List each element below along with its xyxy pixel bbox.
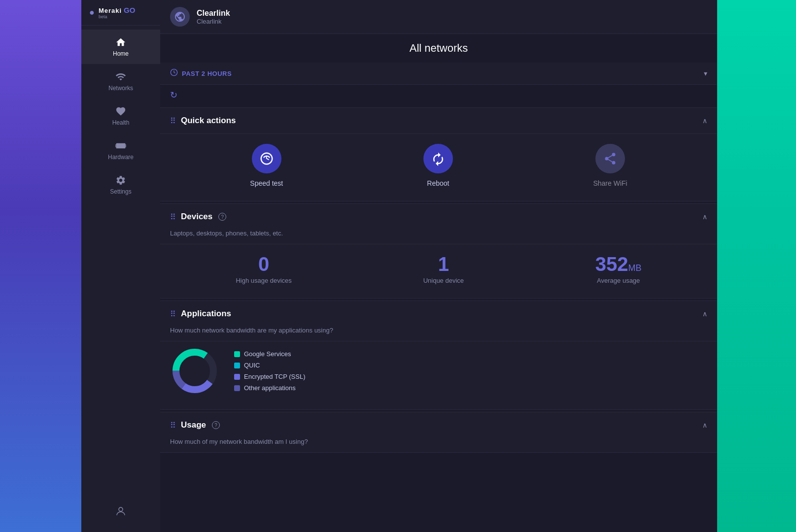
sidebar-bottom <box>115 491 127 532</box>
quick-actions-dots-icon: ⠿ <box>170 116 177 126</box>
svg-point-15 <box>181 357 208 385</box>
legend-dot-quic <box>234 363 240 368</box>
action-item-reboot[interactable]: Reboot <box>423 144 453 187</box>
refresh-bar: ↻ <box>160 85 717 105</box>
quick-actions-header: ⠿ Quick actions ∧ <box>160 108 717 133</box>
right-teal-panel <box>717 0 796 532</box>
sidebar-item-networks[interactable]: Networks <box>81 64 160 99</box>
applications-dots-icon: ⠿ <box>170 309 177 319</box>
left-gradient-panel <box>0 0 81 532</box>
clock-icon <box>170 68 178 78</box>
quick-actions-section: ⠿ Quick actions ∧ Speed test Reboot <box>160 107 717 201</box>
sidebar-item-home[interactable]: Home <box>81 30 160 64</box>
applications-title-row: ⠿ Applications <box>170 309 231 319</box>
profile-icon <box>115 505 127 517</box>
average-usage-value: 352MB <box>595 254 642 274</box>
unique-device-label: Unique device <box>423 277 464 284</box>
devices-stats-row: 0 High usage devices 1 Unique device 352… <box>160 244 717 298</box>
svg-point-7 <box>612 161 616 165</box>
stat-unique-device: 1 Unique device <box>423 254 464 284</box>
svg-point-5 <box>612 153 616 156</box>
applications-section: ⠿ Applications ∧ How much network bandwi… <box>160 300 717 410</box>
legend-label-google: Google Services <box>244 350 291 358</box>
legend-item-google: Google Services <box>234 350 306 358</box>
sidebar-item-networks-label: Networks <box>108 85 133 92</box>
usage-collapse-icon[interactable]: ∧ <box>702 421 707 429</box>
usage-help-icon[interactable]: ? <box>212 421 220 429</box>
logo-icon: ● <box>89 7 95 18</box>
content-scroll[interactable]: ↻ ⠿ Quick actions ∧ Speed test <box>160 85 717 532</box>
svg-line-9 <box>608 156 612 158</box>
devices-dots-icon: ⠿ <box>170 212 177 222</box>
devices-title: Devices <box>181 212 212 222</box>
sidebar-nav: Home Networks Health Hardware <box>81 26 160 491</box>
chevron-down-icon: ▾ <box>704 69 707 77</box>
sidebar-item-settings[interactable]: Settings <box>81 167 160 202</box>
logo-text: Meraki <box>99 7 122 14</box>
reboot-icon-circle <box>423 144 453 173</box>
sidebar-item-hardware-label: Hardware <box>108 154 134 161</box>
legend-item-quic: QUIC <box>234 362 306 369</box>
average-usage-label: Average usage <box>597 277 640 284</box>
devices-header: ⠿ Devices ? ∧ <box>160 204 717 230</box>
applications-header: ⠿ Applications ∧ <box>160 301 717 327</box>
svg-point-3 <box>119 507 123 511</box>
hardware-icon <box>115 140 127 152</box>
devices-subtitle: Laptops, desktops, phones, tablets, etc. <box>160 230 717 244</box>
speed-test-icon-circle <box>252 144 281 173</box>
logo-beta: beta <box>99 14 136 19</box>
legend-label-ssl: Encrypted TCP (SSL) <box>244 373 306 380</box>
header-org-subtitle: Clearlink <box>197 18 230 25</box>
svg-line-8 <box>608 160 612 162</box>
logo-go: GO <box>124 6 135 14</box>
main-content: Clearlink Clearlink All networks PAST 2 … <box>160 0 717 532</box>
sidebar-item-home-label: Home <box>113 50 129 57</box>
header-org-name: Clearlink <box>197 9 230 18</box>
sidebar-item-health[interactable]: Health <box>81 99 160 133</box>
usage-title: Usage <box>181 420 206 430</box>
legend-label-other: Other applications <box>244 384 296 392</box>
sidebar-item-hardware[interactable]: Hardware <box>81 133 160 167</box>
sidebar-item-profile[interactable] <box>115 499 127 524</box>
share-wifi-label: Share WiFi <box>593 179 627 187</box>
time-filter-left: PAST 2 HOURS <box>170 68 232 78</box>
header-text: Clearlink Clearlink <box>197 9 230 25</box>
sidebar-logo: ● Meraki GO beta <box>81 0 160 26</box>
legend-item-other: Other applications <box>234 384 306 392</box>
devices-collapse-icon[interactable]: ∧ <box>702 213 707 221</box>
sidebar-item-health-label: Health <box>112 119 130 126</box>
stat-high-usage: 0 High usage devices <box>236 254 291 284</box>
settings-icon <box>115 174 127 186</box>
quick-actions-grid: Speed test Reboot Share WiFi <box>160 133 717 201</box>
speed-test-label: Speed test <box>250 179 283 187</box>
devices-help-icon[interactable]: ? <box>218 213 226 221</box>
health-icon <box>115 105 127 117</box>
time-filter[interactable]: PAST 2 HOURS ▾ <box>160 63 717 85</box>
legend-dot-ssl <box>234 374 240 380</box>
time-filter-label: PAST 2 HOURS <box>182 70 232 77</box>
quick-actions-title: Quick actions <box>181 116 236 126</box>
stat-average-usage: 352MB Average usage <box>595 254 642 284</box>
reboot-label: Reboot <box>427 179 449 187</box>
refresh-icon[interactable]: ↻ <box>170 90 177 100</box>
applications-collapse-icon[interactable]: ∧ <box>702 310 707 318</box>
legend-dot-other <box>234 385 240 391</box>
high-usage-value: 0 <box>258 254 269 274</box>
unique-device-value: 1 <box>438 254 449 274</box>
page-title: All networks <box>168 42 709 55</box>
usage-section: ⠿ Usage ? ∧ How much of my network bandw… <box>160 412 717 453</box>
legend-dot-google <box>234 351 240 357</box>
home-icon <box>115 36 127 48</box>
legend-item-ssl: Encrypted TCP (SSL) <box>234 373 306 380</box>
action-item-share-wifi[interactable]: Share WiFi <box>593 144 627 187</box>
quick-actions-collapse-icon[interactable]: ∧ <box>702 117 707 125</box>
action-item-speed-test[interactable]: Speed test <box>250 144 283 187</box>
applications-legend: Google Services QUIC Encrypted TCP (SSL)… <box>234 350 306 392</box>
usage-header: ⠿ Usage ? ∧ <box>160 412 717 438</box>
networks-icon <box>115 71 127 83</box>
usage-title-row: ⠿ Usage ? <box>170 420 220 430</box>
header: Clearlink Clearlink <box>160 0 717 34</box>
page-title-bar: All networks <box>160 34 717 63</box>
usage-subtitle: How much of my network bandwidth am I us… <box>160 438 717 452</box>
high-usage-label: High usage devices <box>236 277 291 284</box>
